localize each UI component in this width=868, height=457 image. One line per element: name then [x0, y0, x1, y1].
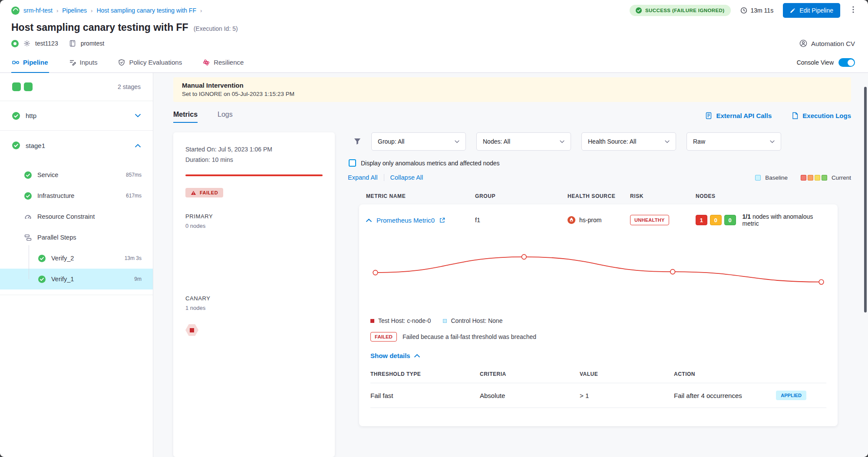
breadcrumb-project[interactable]: srm-hf-test [23, 7, 53, 14]
baseline-label: Baseline [765, 174, 788, 181]
step-duration: 9m [134, 276, 142, 282]
tab-policy-evaluations[interactable]: Policy Evaluations [117, 53, 183, 72]
tab-logs[interactable]: Logs [218, 111, 233, 123]
tab-inputs[interactable]: Inputs [68, 53, 99, 72]
success-check-icon [12, 141, 20, 149]
current-orange-swatch [808, 175, 813, 181]
control-host-label: Control Host: None [451, 317, 502, 324]
view-mode-select[interactable]: Raw [686, 132, 781, 151]
prometheus-icon [568, 216, 575, 224]
threshold-type-value: Fail fast [370, 392, 480, 399]
metrics-panel: Group: All Nodes: All Health Source: All [348, 132, 851, 457]
breadcrumb-page[interactable]: Host sampling canary testing with FF [96, 7, 196, 14]
step-verify-1[interactable]: Verify_1 9m [0, 269, 153, 289]
edit-pipeline-label: Edit Pipeline [799, 7, 833, 14]
unhealthy-node-count[interactable]: 1 [696, 215, 707, 225]
breadcrumb: srm-hf-test › Pipelines › Host sampling … [11, 7, 202, 15]
group-filter-select[interactable]: Group: All [371, 132, 466, 151]
chevron-up-icon[interactable] [135, 144, 141, 148]
external-api-calls-link[interactable]: External API Calls [705, 112, 772, 119]
metric-row-card: Prometheus Metric0 f1 hs-prom UNHEALTHY … [359, 204, 838, 426]
service-icon [11, 40, 19, 47]
threshold-details-table: THRESHOLD TYPE CRITERIA VALUE ACTION Fai… [370, 371, 826, 408]
success-check-icon [24, 192, 32, 200]
breadcrumb-pipelines[interactable]: Pipelines [62, 7, 87, 14]
current-green-swatch [822, 175, 827, 181]
page-scrollbar[interactable] [864, 87, 867, 312]
col-criteria: CRITERIA [480, 371, 580, 377]
healthy-node-count[interactable]: 0 [724, 215, 736, 225]
health-source-filter-select[interactable]: Health Source: All [581, 132, 676, 151]
filter-funnel-icon[interactable] [354, 138, 361, 145]
anomalous-checkbox[interactable] [349, 159, 356, 167]
repo-name[interactable]: promtest [81, 40, 104, 47]
step-service[interactable]: Service 857ms [0, 164, 153, 185]
breadcrumb-separator: › [200, 7, 202, 14]
details-table-header: THRESHOLD TYPE CRITERIA VALUE ACTION [370, 371, 826, 383]
action-value: Fail after 4 occurrences [674, 392, 742, 399]
resource-constraint-icon [24, 213, 32, 220]
expand-all-link[interactable]: Expand All [348, 174, 378, 181]
step-resource-constraint-label: Resource Constraint [37, 213, 95, 220]
health-source-name: hs-prom [579, 217, 601, 224]
stage-progress-icons [12, 82, 33, 91]
observe-node-count[interactable]: 0 [710, 215, 722, 225]
sidebar-header: 2 stages [0, 73, 153, 101]
view-mode-value: Raw [693, 138, 705, 145]
more-options-menu[interactable] [850, 4, 857, 16]
console-view-toggle[interactable] [838, 58, 855, 67]
primary-node-count: 0 nodes [185, 223, 323, 229]
show-details-link[interactable]: Show details [370, 352, 420, 359]
chevron-down-icon [665, 140, 670, 143]
test-host-legend: Test Host: c-node-0 [370, 317, 431, 324]
external-link-icon[interactable] [439, 217, 445, 223]
collapse-all-link[interactable]: Collapse All [390, 174, 423, 181]
sidebar-stage-stage1[interactable]: stage1 [0, 131, 153, 160]
test-host-label: Test Host: c-node-0 [378, 317, 431, 324]
api-doc-icon [705, 112, 712, 119]
triggered-by: Automation CV [799, 39, 855, 47]
metric-chart-svg [364, 247, 832, 312]
nodes-filter-select[interactable]: Nodes: All [476, 132, 571, 151]
main-content: Manual Intervention Set to IGNORE on 05-… [153, 73, 868, 457]
stage-count: 2 stages [118, 83, 141, 90]
metric-row[interactable]: Prometheus Metric0 f1 hs-prom UNHEALTHY … [359, 204, 838, 236]
stage-http-label: http [26, 112, 36, 119]
success-check-icon [38, 255, 46, 262]
divider [384, 174, 384, 181]
success-check-icon [24, 171, 32, 179]
step-service-label: Service [37, 171, 58, 178]
parallel-substeps: Verify_2 13m 3s Verify_1 9m [0, 248, 153, 289]
step-parallel-steps[interactable]: Parallel Steps [0, 227, 153, 248]
execution-logs-link[interactable]: Execution Logs [792, 112, 851, 119]
stage1-steps: Service 857ms Infrastructure 617ms Resou… [0, 160, 153, 295]
step-infrastructure[interactable]: Infrastructure 617ms [0, 185, 153, 206]
failure-reason-row: FAILED Failed because a fail-fast thresh… [359, 324, 838, 342]
metric-name-link[interactable]: Prometheus Metric0 [376, 217, 435, 224]
collapse-metric-button[interactable] [366, 218, 372, 222]
service-name[interactable]: test1123 [35, 40, 58, 47]
manual-intervention-banner: Manual Intervention Set to IGNORE on 05-… [173, 77, 851, 102]
banner-title: Manual Intervention [182, 82, 842, 89]
nodes-filter-value: Nodes: All [483, 138, 510, 145]
sidebar-stage-http[interactable]: http [0, 101, 153, 131]
step-verify-2[interactable]: Verify_2 13m 3s [0, 248, 153, 269]
step-duration: 857ms [126, 172, 142, 178]
user-icon [799, 39, 807, 47]
tab-resilience[interactable]: Resilience [202, 53, 244, 72]
step-resource-constraint[interactable]: Resource Constraint [0, 206, 153, 227]
anomalous-filter-row: Display only anomalous metrics and affec… [348, 159, 851, 167]
tab-pipeline[interactable]: Pipeline [11, 53, 49, 72]
content-row: Started On: Jul 5, 2023 1:06 PM Duration… [173, 132, 851, 457]
elapsed-time: 13m 11s [740, 7, 774, 14]
canary-node-hexagon[interactable] [185, 324, 198, 336]
app-window: srm-hf-test › Pipelines › Host sampling … [0, 0, 868, 457]
nav-tabbar: Pipeline Inputs Policy Evaluations Resil… [0, 53, 868, 73]
step-verify-1-label: Verify_1 [51, 276, 74, 283]
chevron-down-icon[interactable] [135, 114, 141, 118]
edit-pipeline-button[interactable]: Edit Pipeline [783, 3, 840, 18]
show-details-label: Show details [370, 352, 410, 359]
test-host-swatch [370, 319, 374, 323]
tab-metrics[interactable]: Metrics [173, 111, 198, 123]
metric-chart-container [359, 236, 838, 312]
